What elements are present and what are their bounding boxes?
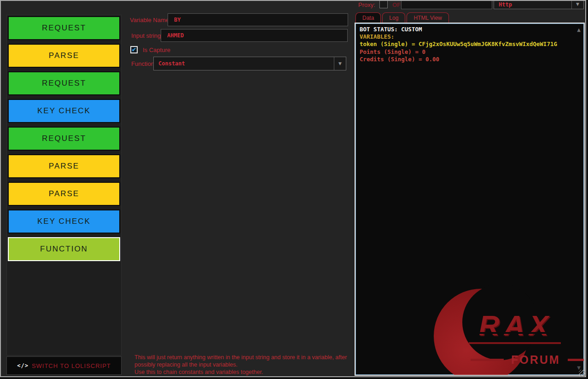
block-request[interactable]: REQUEST: [8, 16, 120, 40]
block-request[interactable]: REQUEST: [8, 127, 120, 151]
block-help-text: This will just return anything written i…: [134, 354, 352, 376]
function-dropdown-value: Constant: [158, 60, 185, 67]
block-parse[interactable]: PARSE: [8, 154, 120, 178]
console-line: token (Single) = CFjg2xOsKUUw5q5uWmJGK8K…: [360, 41, 573, 48]
proxy-input[interactable]: [401, 0, 492, 9]
block-key-check[interactable]: KEY CHECK: [8, 210, 120, 233]
help-line-1: This will just return anything written i…: [134, 354, 352, 368]
tab-log[interactable]: Log: [382, 12, 405, 23]
block-parse[interactable]: PARSE: [8, 182, 120, 206]
watermark-sub: FORUM: [511, 353, 560, 367]
switch-to-loliscript-button[interactable]: </> SWITCH TO LOLISCRIPT: [6, 356, 122, 375]
data-console: RAX FORUM BOT STATUS: CUSTOMVARIABLES:to…: [355, 23, 585, 376]
input-string-label: Input string:: [131, 32, 163, 39]
console-output: BOT STATUS: CUSTOMVARIABLES:token (Singl…: [360, 26, 573, 63]
proxy-checkbox[interactable]: [379, 0, 388, 8]
crax-crescent-icon: [434, 289, 528, 376]
console-line: VARIABLES:: [360, 33, 573, 41]
crax-forum-watermark: RAX FORUM: [434, 280, 581, 375]
block-function[interactable]: FUNCTION: [8, 237, 120, 261]
is-capture-label: Is Capture: [143, 47, 170, 53]
resize-grip[interactable]: [579, 370, 585, 376]
console-line: Points (Single) = 0: [360, 48, 573, 56]
proxy-type-dropdown[interactable]: Http ▼: [494, 0, 584, 9]
watermark-brand: RAX: [479, 309, 553, 342]
console-tabs: DataLogHTML View: [355, 12, 449, 23]
variable-name-label: Variable Name:: [130, 17, 171, 23]
is-capture-checkbox[interactable]: ✔: [130, 46, 138, 53]
console-line: Credits (Single) = 0.00: [360, 56, 573, 63]
proxy-type-value: Http: [499, 1, 512, 8]
app-window: REQUESTPARSEREQUESTKEY CHECKREQUESTPARSE…: [0, 0, 586, 377]
input-string-input[interactable]: AHMED: [161, 29, 348, 42]
block-request[interactable]: REQUEST: [8, 71, 120, 95]
block-key-check[interactable]: KEY CHECK: [8, 99, 120, 123]
tab-data[interactable]: Data: [355, 12, 381, 23]
block-list: REQUESTPARSEREQUESTKEY CHECKREQUESTPARSE…: [8, 16, 120, 261]
switch-to-loliscript-label: SWITCH TO LOLISCRIPT: [32, 362, 111, 369]
function-dropdown[interactable]: Constant ▼: [153, 57, 346, 70]
proxy-label: Proxy:: [358, 1, 375, 8]
chevron-down-icon[interactable]: ▼: [571, 0, 583, 9]
variable-name-input[interactable]: BY: [168, 13, 348, 26]
help-line-2: Use this to chain constants and variable…: [134, 368, 352, 376]
tab-html-view[interactable]: HTML View: [407, 12, 448, 23]
console-line: BOT STATUS: CUSTOM: [360, 26, 573, 33]
block-parse[interactable]: PARSE: [8, 44, 120, 68]
code-icon: </>: [17, 362, 29, 369]
function-label: Function:: [131, 60, 156, 67]
scroll-up-icon[interactable]: ▲: [577, 27, 581, 32]
chevron-down-icon[interactable]: ▼: [334, 57, 346, 70]
block-stack-panel: REQUESTPARSEREQUESTKEY CHECKREQUESTPARSE…: [6, 15, 122, 356]
